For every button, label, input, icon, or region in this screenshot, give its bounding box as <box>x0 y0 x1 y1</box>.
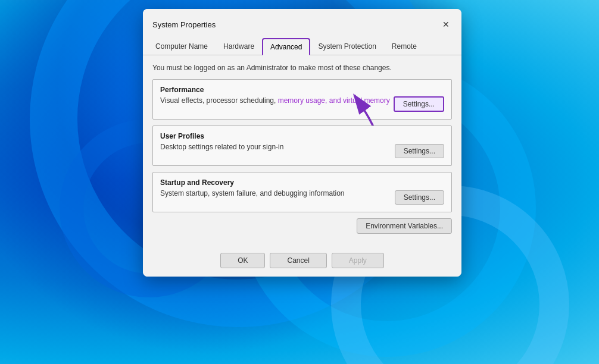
system-properties-dialog: System Properties ✕ Computer Name Hardwa… <box>143 9 461 277</box>
startup-recovery-title: Startup and Recovery <box>160 178 444 187</box>
user-profiles-settings-button[interactable]: Settings... <box>395 144 444 158</box>
env-variables-row: Environment Variables... <box>152 218 452 234</box>
startup-recovery-section: Startup and Recovery System startup, sys… <box>152 172 452 212</box>
tab-computer-name[interactable]: Computer Name <box>148 38 216 55</box>
performance-section: Performance Visual effects, processor sc… <box>152 79 452 120</box>
tab-remote[interactable]: Remote <box>384 38 425 55</box>
tab-system-protection[interactable]: System Protection <box>310 38 383 55</box>
admin-info-text: You must be logged on as an Administrato… <box>152 64 452 72</box>
startup-recovery-settings-button[interactable]: Settings... <box>395 190 444 205</box>
cancel-button[interactable]: Cancel <box>270 253 326 268</box>
environment-variables-button[interactable]: Environment Variables... <box>357 218 452 234</box>
performance-title: Performance <box>160 86 444 94</box>
user-profiles-title: User Profiles <box>160 132 444 140</box>
tab-hardware[interactable]: Hardware <box>216 38 262 55</box>
close-button[interactable]: ✕ <box>438 16 454 33</box>
title-bar: System Properties ✕ <box>143 9 461 33</box>
tab-advanced[interactable]: Advanced <box>262 38 310 55</box>
performance-settings-button[interactable]: Settings... <box>394 96 444 112</box>
dialog-title: System Properties <box>152 20 216 29</box>
apply-button[interactable]: Apply <box>332 253 384 268</box>
ok-button[interactable]: OK <box>220 253 265 268</box>
tab-content: You must be logged on as an Administrato… <box>143 55 461 247</box>
bottom-button-bar: OK Cancel Apply <box>143 247 461 277</box>
tab-bar: Computer Name Hardware Advanced System P… <box>143 33 461 55</box>
user-profiles-section: User Profiles Desktop settings related t… <box>152 125 452 166</box>
